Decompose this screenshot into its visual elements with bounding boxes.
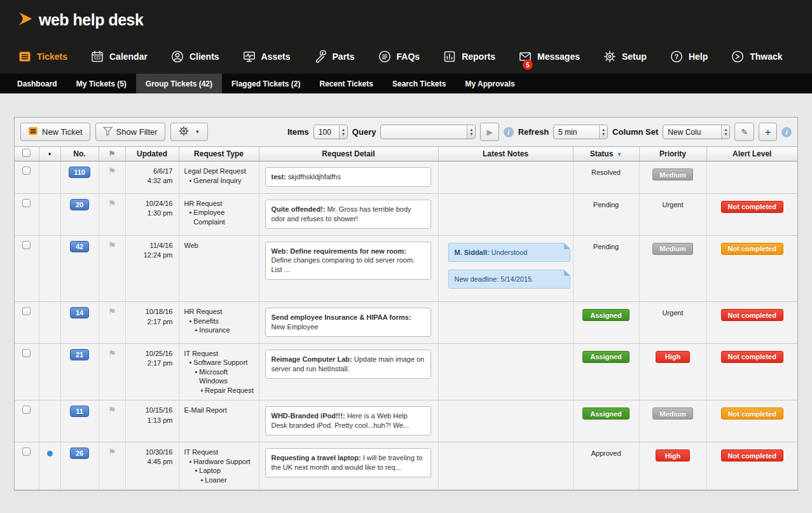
row-checkbox[interactable] <box>22 199 31 207</box>
nav-item-setup[interactable]: Setup <box>603 50 647 64</box>
tab-my-approvals[interactable]: My Approvals <box>455 74 524 93</box>
row-checkbox[interactable] <box>22 241 31 249</box>
edit-column-set-button[interactable]: ✎ <box>734 123 754 141</box>
ticket-number-badge[interactable]: 42 <box>70 241 89 252</box>
stepper-arrows-icon: ▲▼ <box>339 125 347 139</box>
request-subtype: •Hardware Support <box>189 457 256 467</box>
nav-item-messages[interactable]: 5 Messages <box>518 50 580 64</box>
items-select[interactable]: 100 ▲▼ <box>313 125 348 139</box>
refresh-select[interactable]: 5 min ▲▼ <box>553 125 608 139</box>
new-ticket-button[interactable]: New Ticket <box>20 123 90 141</box>
select-all-checkbox[interactable] <box>22 149 31 157</box>
request-type-cell: E-Mail Report <box>179 400 259 442</box>
ticket-number-badge[interactable]: 20 <box>70 199 89 210</box>
tab-dashboard[interactable]: Dashboard <box>8 74 67 93</box>
request-type-header[interactable]: Request Type <box>179 147 259 161</box>
request-detail-cell: Send employee Insurance & HIPAA forms: N… <box>259 302 438 344</box>
column-set-select[interactable]: New Colu ▲▼ <box>663 125 730 139</box>
nav-label: Messages <box>537 51 580 62</box>
show-filter-button[interactable]: Show Filter <box>95 123 165 141</box>
ticket-number-badge[interactable]: 110 <box>69 167 90 178</box>
add-column-set-button[interactable]: + <box>759 123 777 141</box>
alert-level-cell: Not completed <box>706 302 797 344</box>
status-cell: Assigned <box>573 302 639 344</box>
nav-item-thwack[interactable]: Thwack <box>731 50 782 64</box>
priority-value: High <box>656 351 690 363</box>
latest-notes-cell <box>438 302 573 344</box>
nav-label: FAQs <box>397 51 420 62</box>
ticket-number-badge[interactable]: 21 <box>70 349 89 360</box>
tab-group-tickets-42[interactable]: Group Tickets (42) <box>136 74 222 93</box>
ticket-number-badge[interactable]: 14 <box>70 307 89 318</box>
nav-item-faqs[interactable]: FAQs <box>378 50 420 64</box>
tab-my-tickets-5[interactable]: My Tickets (5) <box>67 74 136 93</box>
flag-icon[interactable]: ⚑ <box>108 166 116 176</box>
ticket-row: 26 ⚑ 10/30/164:45 pm IT Request•Hardware… <box>15 442 797 490</box>
status-value: Resolved <box>591 168 621 176</box>
priority-cell: Medium <box>639 400 706 442</box>
ticket-detail-link[interactable]: Send employee Insurance & HIPAA forms: N… <box>265 308 431 337</box>
flag-icon[interactable]: ⚑ <box>108 405 116 415</box>
priority-header[interactable]: Priority <box>639 147 706 161</box>
number-header[interactable]: No. <box>60 147 99 161</box>
nav-item-parts[interactable]: Parts <box>313 50 355 64</box>
plus-icon: + <box>765 127 771 137</box>
ticket-detail-link[interactable]: Reimage Computer Lab: Update main image … <box>265 350 431 379</box>
nav-item-reports[interactable]: Reports <box>443 50 495 64</box>
ticket-detail-link[interactable]: Requesting a travel laptop: I will be tr… <box>265 448 431 477</box>
items-label: Items <box>287 127 309 137</box>
app-logo: web help desk <box>39 11 143 29</box>
request-detail-header[interactable]: Request Detail <box>259 147 438 161</box>
flag-icon[interactable]: ⚑ <box>108 198 116 209</box>
alert-level-header[interactable]: Alert Level <box>706 147 797 161</box>
faqs-icon <box>378 50 392 64</box>
status-header[interactable]: Status▼ <box>573 147 639 161</box>
table-header-row: • No. ⚑ Updated Request Type Request Det… <box>15 147 797 161</box>
content-area: New Ticket Show Filter ▼ Items 100 ▲▼ <box>0 93 812 491</box>
nav-item-help[interactable]: ? Help <box>670 50 708 64</box>
row-checkbox[interactable] <box>22 448 31 456</box>
updated-header[interactable]: Updated <box>125 147 179 161</box>
ticket-detail-link[interactable]: test: skjdfhskldjhfalfhs <box>265 167 431 187</box>
nav-item-calendar[interactable]: Calendar <box>90 50 148 64</box>
status-cell: Assigned <box>573 343 639 400</box>
ticket-detail-link[interactable]: Web: Define requirements for new room: D… <box>265 242 431 280</box>
nav-item-assets[interactable]: Assets <box>242 50 291 64</box>
reports-icon <box>443 50 457 64</box>
priority-value: Medium <box>652 243 693 255</box>
status-value: Approved <box>591 449 621 457</box>
info-icon[interactable]: i <box>781 127 792 137</box>
tab-search-tickets[interactable]: Search Tickets <box>383 74 456 93</box>
unread-count-badge: 5 <box>523 60 533 70</box>
request-subtype: •Employee Complaint <box>189 208 256 226</box>
flag-icon[interactable]: ⚑ <box>108 447 116 457</box>
row-checkbox[interactable] <box>22 406 31 414</box>
flag-icon[interactable]: ⚑ <box>108 306 116 317</box>
nav-label: Parts <box>333 51 355 62</box>
ticket-number-badge[interactable]: 26 <box>70 448 89 459</box>
ticket-options-button[interactable]: ▼ <box>170 123 208 141</box>
info-icon[interactable]: i <box>504 127 514 137</box>
run-query-button[interactable]: ▶ <box>480 123 499 141</box>
nav-item-clients[interactable]: Clients <box>170 50 219 64</box>
flag-icon[interactable]: ⚑ <box>108 240 116 250</box>
tab-flagged-tickets-2[interactable]: Flagged Tickets (2) <box>222 74 310 93</box>
ticket-number-badge[interactable]: 11 <box>70 406 89 417</box>
request-subtype: •Repair Request <box>201 386 256 395</box>
flag-icon[interactable]: ⚑ <box>108 348 116 359</box>
query-select[interactable]: ▲▼ <box>380 125 476 139</box>
latest-notes-header[interactable]: Latest Notes <box>438 147 573 161</box>
ticket-detail-link[interactable]: Quite offended!: Mr. Gross has terrible … <box>265 200 431 229</box>
stepper-arrows-icon: ▲▼ <box>721 125 729 139</box>
flag-header[interactable]: ⚑ <box>99 147 125 161</box>
nav-item-tickets[interactable]: Tickets <box>18 50 67 64</box>
row-checkbox[interactable] <box>22 307 31 315</box>
ticket-detail-link[interactable]: WHD-Branded iPod!!!: Here is a Web Help … <box>265 406 431 435</box>
unread-header[interactable]: • <box>39 147 60 161</box>
row-checkbox[interactable] <box>22 167 31 175</box>
tab-recent-tickets[interactable]: Recent Tickets <box>310 74 383 93</box>
row-checkbox[interactable] <box>22 349 31 357</box>
priority-cell: Medium <box>639 161 706 194</box>
calendar-icon <box>90 50 104 64</box>
nav-label: Tickets <box>37 51 67 62</box>
